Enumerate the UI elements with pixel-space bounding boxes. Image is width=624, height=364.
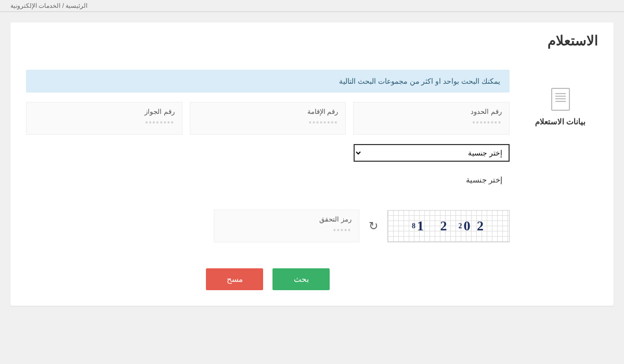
inquiry-panel: الاستعلام بيانات الاستعلام يمكنك البحث ب…	[10, 22, 614, 306]
passport-number-field-box: رقم الجواز	[26, 102, 183, 135]
document-icon	[551, 88, 570, 111]
passport-number-input[interactable]	[34, 120, 175, 127]
info-message: يمكنك البحث بواحد او اكثر من مجموعات الب…	[26, 70, 510, 93]
clear-button[interactable]: مسح	[206, 268, 263, 290]
captcha-image: 2 02 2 18	[387, 210, 510, 242]
breadcrumb: الرئيسية / الخدمات الإلكترونية	[0, 0, 624, 12]
iqama-number-field-box: رقم الإقامة	[190, 102, 346, 135]
nationality-helper-text: إختر جنسية	[354, 166, 510, 194]
iqama-number-label: رقم الإقامة	[198, 108, 339, 115]
captcha-field-box: رمز التحقق	[214, 210, 359, 242]
sidebar-label: بيانات الاستعلام	[523, 117, 598, 126]
nationality-select[interactable]: إختر جنسية	[354, 144, 510, 162]
border-number-input[interactable]	[361, 120, 502, 127]
passport-number-label: رقم الجواز	[34, 108, 175, 115]
page-title: الاستعلام	[26, 33, 598, 49]
sidebar: بيانات الاستعلام	[523, 70, 598, 290]
search-button[interactable]: بحث	[272, 268, 330, 290]
border-number-field-box: رقم الحدود	[353, 102, 510, 135]
form-area: يمكنك البحث بواحد او اكثر من مجموعات الب…	[26, 70, 510, 290]
iqama-number-input[interactable]	[198, 120, 339, 127]
border-number-label: رقم الحدود	[361, 108, 502, 115]
captcha-label: رمز التحقق	[222, 215, 352, 223]
refresh-captcha-icon[interactable]: ↻	[367, 217, 380, 235]
captcha-input[interactable]	[222, 227, 352, 235]
